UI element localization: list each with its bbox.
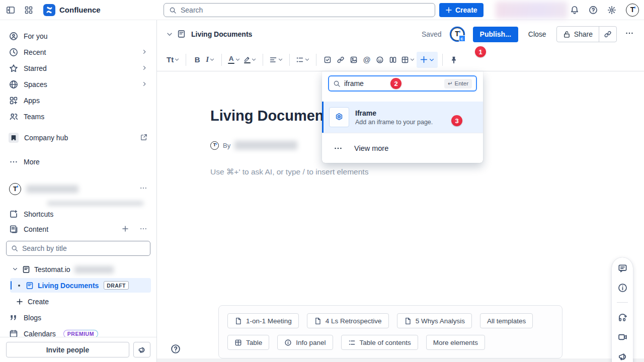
document-header: Living Documents Saved T c Publish... Cl…	[157, 20, 644, 48]
editor-placeholder[interactable]: Use ⌘+' to ask AI, or type / to insert e…	[210, 167, 368, 176]
sidebar-item-shortcuts[interactable]: Shortcuts	[5, 207, 151, 222]
invite-people-button[interactable]: Invite people	[6, 342, 129, 357]
more-horizontal-icon	[328, 144, 348, 153]
right-toolbar-rail	[612, 257, 633, 362]
copy-link-button[interactable]	[599, 27, 616, 42]
insert-toc-button[interactable]: Table of contents	[341, 335, 418, 350]
bottom-edge	[157, 358, 644, 362]
element-search-field[interactable]: ↵ Enter	[328, 75, 477, 92]
tree-item-living-documents[interactable]: Living Documents DRAFT	[10, 278, 151, 293]
chevron-down-icon[interactable]	[166, 31, 173, 38]
lists-button[interactable]	[294, 52, 311, 68]
quote-icon	[9, 313, 18, 322]
global-search[interactable]	[164, 3, 435, 17]
bold-button[interactable]: B	[191, 52, 204, 68]
text-styles-button[interactable]: Tt	[165, 52, 181, 68]
premium-badge: PREMIUM	[63, 330, 98, 337]
info-icon[interactable]	[617, 283, 627, 293]
insert-element-button[interactable]	[417, 52, 438, 68]
bullet-icon	[18, 285, 20, 287]
share-button[interactable]: Share	[557, 27, 599, 42]
sidebar-item-apps[interactable]: Apps	[5, 93, 151, 109]
save-status: Saved	[422, 30, 442, 38]
user-avatar[interactable]: T	[626, 4, 639, 17]
text-color-button[interactable]: A	[226, 52, 242, 68]
confluence-logo[interactable]	[43, 4, 55, 16]
layouts-button[interactable]	[386, 52, 399, 68]
tree-create-button[interactable]: Create	[5, 295, 151, 309]
header-more-icon[interactable]	[624, 29, 635, 40]
search-input[interactable]	[181, 6, 430, 14]
headphones-add-icon[interactable]	[617, 312, 627, 322]
collaborator-count-badge: c	[459, 35, 465, 42]
collaborator-avatar[interactable]: T c	[451, 28, 464, 41]
publish-button[interactable]: Publish...	[473, 27, 518, 42]
create-button[interactable]: Create	[439, 3, 484, 17]
comment-icon[interactable]	[617, 263, 627, 273]
iframe-macro-icon	[329, 107, 349, 127]
sidebar-item-starred[interactable]: Starred	[5, 60, 151, 76]
content-search[interactable]	[6, 241, 150, 256]
tree-item-root[interactable]: Testomat.io	[5, 262, 151, 277]
insert-table-button[interactable]: Table	[227, 335, 269, 350]
editor-main: Living Documents Saved T c Publish... Cl…	[157, 20, 644, 362]
search-icon	[169, 7, 177, 14]
content-more-icon[interactable]	[139, 225, 147, 234]
all-templates-button[interactable]: All templates	[480, 313, 533, 328]
plus-icon	[16, 298, 23, 305]
alignment-button[interactable]	[268, 52, 285, 68]
highlight-color-button[interactable]	[242, 52, 258, 68]
video-icon[interactable]	[617, 332, 627, 342]
sidebar-item-for-you[interactable]: For you	[5, 28, 151, 44]
insert-image-button[interactable]	[347, 52, 360, 68]
columns-icon	[389, 56, 397, 64]
teams-icon	[9, 112, 18, 121]
content-add-icon[interactable]	[122, 225, 129, 234]
help-icon[interactable]	[171, 344, 181, 354]
megaphone-icon[interactable]	[617, 351, 627, 361]
sidebar-collapse-icon[interactable]	[6, 6, 15, 15]
chevron-down-icon	[304, 57, 310, 62]
insert-info-panel-button[interactable]: Info panel	[277, 335, 333, 350]
link-icon	[337, 56, 345, 64]
chevron-down-icon	[278, 57, 283, 62]
close-button[interactable]: Close	[525, 27, 549, 42]
more-elements-button[interactable]: More elements	[426, 335, 485, 350]
sidebar-item-blogs[interactable]: Blogs	[5, 311, 151, 325]
pin-toolbar-button[interactable]	[447, 52, 460, 68]
task-button[interactable]	[321, 52, 334, 68]
feedback-megaphone-button[interactable]	[133, 342, 150, 357]
link-icon	[604, 30, 612, 38]
bullet-list-icon	[296, 56, 304, 64]
emoji-button[interactable]	[373, 52, 386, 68]
sidebar-item-company-hub[interactable]: Company hub	[5, 130, 151, 146]
redacted-space-name	[26, 185, 78, 193]
bell-icon[interactable]	[570, 6, 579, 15]
sidebar-item-more[interactable]: More	[5, 154, 151, 170]
content-search-input[interactable]	[22, 244, 145, 252]
insert-link-button[interactable]	[334, 52, 347, 68]
dropdown-view-more[interactable]: View more	[322, 133, 483, 163]
app-switcher-icon[interactable]	[24, 6, 33, 15]
search-icon	[333, 80, 341, 87]
template-5-whys-analysis[interactable]: 5 Whys Analysis	[397, 313, 472, 328]
italic-button[interactable]: I	[204, 52, 217, 68]
template-1-on-1-meeting[interactable]: 1-on-1 Meeting	[227, 313, 299, 328]
plus-icon	[420, 55, 428, 64]
sidebar-item-recent[interactable]: Recent	[5, 44, 151, 60]
gear-icon[interactable]	[607, 6, 616, 15]
page-title[interactable]: Living Documents	[210, 108, 337, 124]
space-more-icon[interactable]	[139, 184, 147, 194]
sidebar-item-teams[interactable]: Teams	[5, 109, 151, 125]
help-icon[interactable]	[589, 6, 598, 15]
sidebar-item-calendars[interactable]: Calendars PREMIUM	[5, 327, 151, 337]
sidebar-item-spaces[interactable]: Spaces	[5, 76, 151, 93]
page-icon	[404, 317, 412, 325]
mention-button[interactable]: @	[360, 52, 373, 68]
sidebar-item-content[interactable]: Content	[5, 222, 151, 237]
share-button-group: Share	[556, 26, 617, 42]
breadcrumb[interactable]: Living Documents	[191, 30, 252, 38]
table-button[interactable]	[399, 52, 417, 68]
template-4ls-retrospective[interactable]: 4 Ls Retrospective	[307, 313, 389, 328]
space-header[interactable]: T	[5, 181, 151, 197]
